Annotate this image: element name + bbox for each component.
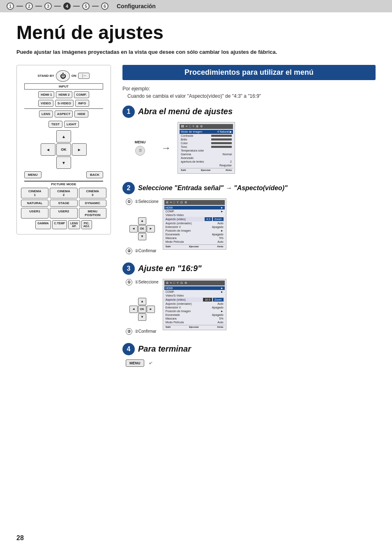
step3-mini-remote: ▲ ◄ OK ► ▼: [126, 296, 159, 322]
back-button[interactable]: BACK: [86, 171, 103, 178]
dpad-empty-tl: [41, 130, 55, 143]
dpad-ok[interactable]: OK: [56, 143, 71, 156]
mini3-down[interactable]: ▼: [138, 313, 146, 321]
dpad-down[interactable]: ▼: [56, 156, 71, 169]
step-1-num: 1: [122, 106, 135, 118]
stage-button[interactable]: STAGE: [50, 200, 77, 207]
on-switch[interactable]: │─: [78, 73, 90, 79]
mini-up[interactable]: ▲: [138, 217, 146, 225]
hdmi2-button[interactable]: HDMI 2: [56, 91, 72, 98]
step-1-block: 1 Abra el menú de ajustes MENU ☰ → 🖼≡□Y⊞…: [122, 106, 376, 174]
step2-select-label: ① ①Seleccione: [126, 198, 159, 205]
step-1: 1: [7, 2, 14, 10]
input-label: INPUT: [24, 83, 103, 90]
menu3-escaneado: Escaneado Apagado: [164, 313, 225, 317]
mini-left[interactable]: ◄: [129, 225, 138, 232]
menu1-tono: Tono: [180, 145, 233, 149]
menu1-contraste: Contraste: [180, 134, 233, 138]
step-3-num: 3: [122, 262, 135, 275]
hdmi1-button[interactable]: HDMI 1: [38, 91, 54, 98]
gamma-button[interactable]: GAMMA: [35, 220, 51, 229]
ctemp-button[interactable]: C.TEMP: [52, 220, 67, 229]
main-content: Menú de ajustes Puede ajustar las imágen…: [0, 12, 392, 385]
dpad-empty-br: [72, 156, 87, 169]
step1-menu-mockup: 🖼≡□Y⊞⚙ Modo de imagen 4 Natural ▶ Contra…: [178, 122, 235, 174]
menu3-comp: COMP.►: [164, 290, 225, 294]
mini3-left[interactable]: ◄: [129, 306, 138, 313]
user2-button[interactable]: USER2: [50, 208, 77, 219]
menu3-modo: Modo Película Auto: [164, 320, 225, 324]
step3-labels: ① ①Seleccione ▲ ◄ OK ►: [126, 279, 159, 335]
comp-button[interactable]: COMP.: [74, 91, 89, 98]
user1-button[interactable]: USER1: [21, 208, 48, 219]
top-bar: 1 2 3 4 5 6 Configuración: [0, 0, 392, 12]
dpad-up[interactable]: ▲: [56, 130, 71, 143]
step1-mini-remote: MENU ☰: [126, 140, 154, 156]
menu3-extension: Extensión V Apagado: [164, 306, 225, 309]
video-button[interactable]: VIDEO: [38, 100, 53, 107]
test-button[interactable]: TEST: [48, 121, 62, 128]
step-3-title: 3 Ajuste en "16:9": [122, 262, 376, 275]
hide-button[interactable]: HIDE: [74, 110, 88, 117]
step-3-heading: Ajuste en "16:9": [138, 264, 202, 273]
step-4-heading: Para terminar: [138, 344, 191, 354]
step3-select-label: ① ①Seleccione: [126, 279, 159, 285]
cinema1-button[interactable]: CINEMA1: [21, 188, 48, 198]
lens-ap-button[interactable]: LENSAP.: [68, 220, 80, 229]
menu-button[interactable]: MENU: [24, 171, 42, 178]
step-1-title: 1 Abra el menú de ajustes: [122, 106, 376, 118]
info-button[interactable]: INFO: [75, 100, 89, 107]
power-section: STAND BY ⏻ ON │─: [21, 70, 106, 82]
mini3-empty-2: [147, 298, 155, 305]
mini3-up[interactable]: ▲: [138, 298, 146, 305]
menu1-color: Color: [180, 141, 233, 145]
shortcut-buttons: GAMMA C.TEMP LENSAP. PIC.ADJ.: [21, 220, 106, 229]
dpad-empty-bl: [41, 156, 55, 169]
menu1-gamma: Gamma Normal: [180, 152, 233, 156]
menu-position-button[interactable]: MENUPOSITION: [79, 208, 106, 219]
dpad-right[interactable]: ►: [72, 143, 87, 156]
standby-label: STAND BY: [38, 74, 54, 78]
dynamic-button[interactable]: DYNAMIC: [79, 200, 106, 207]
remote-control: STAND BY ⏻ ON │─ INPUT HDMI 1 HDMI 2 COM…: [16, 65, 111, 235]
step1-menu-icon: ☰: [135, 146, 145, 156]
menu-back-row: MENU BACK: [21, 171, 106, 178]
step4-menu-button[interactable]: MENU: [126, 359, 144, 367]
step-1-heading: Abra el menú de ajustes: [138, 107, 233, 116]
page-subtitle: Puede ajustar las imágenes proyectadas e…: [16, 49, 376, 55]
mini-empty-3: [129, 233, 138, 240]
aspect-button[interactable]: ASPECT: [55, 110, 73, 117]
menu2-hdmi: HDMI►: [164, 206, 225, 209]
page-number: 28: [16, 534, 24, 542]
cinema2-button[interactable]: CINEMA2: [50, 188, 77, 198]
cinema3-button[interactable]: CINEMA3: [79, 188, 106, 198]
step2-menu-mockup: ⊞≡□Y⊡⚙ HDMI► COMP.► Video/S-Video: [163, 198, 226, 250]
section-header: Procedimientos para utilizar el menú: [122, 65, 376, 80]
dpad-empty-tr: [72, 130, 87, 143]
menu1-apertura: apertura de lentes 2: [180, 160, 233, 163]
menu2-footer: Salir Ejecutar Atrás: [164, 244, 225, 248]
menu3-video: Video/S-Video: [164, 294, 225, 297]
menu2-posicion: Posición de Imagen►: [164, 229, 225, 232]
menu2-escaneado: Escaneado Apagado: [164, 232, 225, 236]
mini-down[interactable]: ▼: [138, 233, 146, 240]
menu3-aspecto: Aspecto (vídeo) 16:9 Zoom: [164, 297, 225, 302]
light-button[interactable]: LIGHT: [64, 121, 79, 128]
pic-adj-button[interactable]: PIC.ADJ.: [81, 220, 92, 229]
mini3-empty-1: [129, 298, 138, 305]
svideo-button[interactable]: S-VIDEO: [55, 100, 74, 107]
step3-two-col: ① ①Seleccione ▲ ◄ OK ►: [126, 279, 226, 335]
mini-ok[interactable]: OK: [138, 225, 146, 232]
step2-labels: ① ①Seleccione ▲ ◄ OK ►: [126, 198, 159, 254]
mini-right[interactable]: ►: [147, 225, 155, 232]
mini3-right[interactable]: ►: [147, 306, 155, 313]
dpad-left[interactable]: ◄: [41, 143, 55, 156]
example-text: Cuando se cambia el valor "Aspecto(vídeo…: [122, 93, 376, 99]
mini3-ok[interactable]: OK: [138, 306, 146, 313]
power-button[interactable]: ⏻: [56, 70, 70, 82]
natural-button[interactable]: NATURAL: [21, 200, 48, 207]
step-1-content: MENU ☰ → 🖼≡□Y⊞⚙ Modo de imagen 4 Natural…: [122, 122, 376, 174]
menu2-extension: Extensión V Apagado: [164, 225, 225, 229]
menu2-header: ⊞≡□Y⊡⚙: [164, 200, 225, 205]
lens-button[interactable]: LENS: [39, 110, 53, 117]
